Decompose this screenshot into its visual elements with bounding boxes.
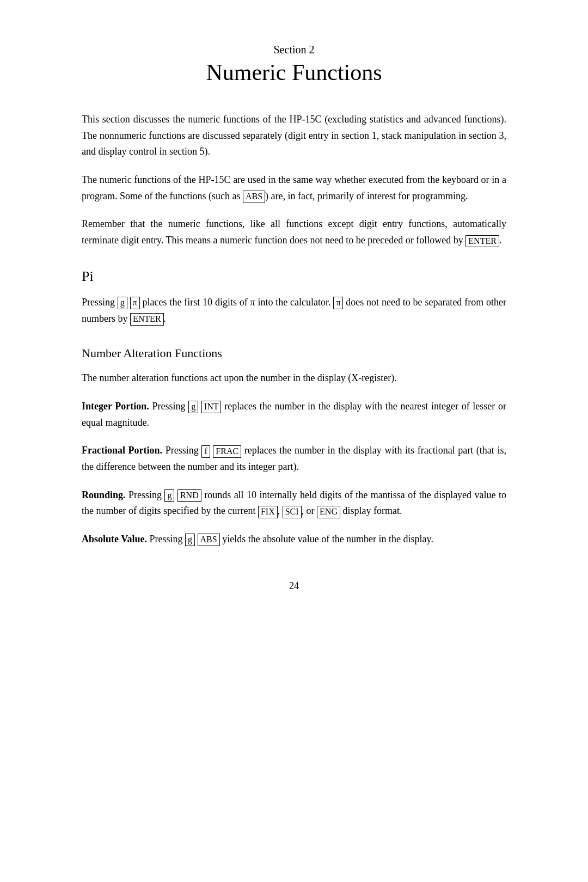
absolute-term: Absolute Value. (82, 534, 147, 544)
absolute-value-paragraph: Absolute Value. Pressing g ABS yields th… (82, 531, 506, 548)
fix-key: FIX (258, 506, 278, 518)
intro-paragraph-1: This section discusses the numeric funct… (82, 112, 506, 160)
section-label: Section 2 (82, 44, 506, 56)
rounding-text3: display format. (340, 505, 402, 516)
fractional-portion-paragraph: Fractional Portion. Pressing f FRAC repl… (82, 443, 506, 475)
g-key-rnd: g (164, 489, 174, 502)
absolute-text1: Pressing (147, 534, 185, 544)
number-alteration-heading: Number Alteration Functions (82, 346, 506, 360)
abs-key: ABS (198, 534, 220, 546)
int-key: INT (201, 401, 222, 413)
rounding-term: Rounding. (82, 489, 126, 500)
abs-key-intro: ABS (243, 191, 265, 203)
fractional-term: Fractional Portion. (82, 445, 162, 456)
integer-portion-paragraph: Integer Portion. Pressing g INT replaces… (82, 399, 506, 431)
f-key-frac: f (201, 445, 210, 458)
pi-text-end: . (164, 313, 167, 324)
page: Section 2 Numeric Functions This section… (82, 0, 506, 882)
fractional-text1: Pressing (162, 445, 201, 456)
intro-text-1: This section discusses the numeric funct… (82, 114, 506, 157)
sci-key: SCI (283, 506, 302, 518)
rounding-comma1: , (278, 505, 283, 516)
enter-key-pi: ENTER (130, 313, 164, 326)
integer-text1: Pressing (149, 401, 188, 412)
pi-text-pressing: Pressing (82, 297, 118, 308)
pi-key-pi: π (130, 297, 140, 309)
absolute-text2: yields the absolute value of the number … (220, 534, 433, 544)
intro-text-2b: ) are, in fact, primarily of interest fo… (265, 191, 468, 201)
pi-heading: Pi (82, 268, 506, 285)
rounding-paragraph: Rounding. Pressing g RND rounds all 10 i… (82, 487, 506, 519)
rnd-key: RND (177, 489, 201, 502)
pi-text-places: places the first 10 digits of π into the… (140, 297, 334, 308)
intro-text-3a: Remember that the numeric functions, lik… (82, 218, 506, 246)
integer-term: Integer Portion. (82, 401, 149, 412)
page-title: Numeric Functions (82, 59, 506, 85)
intro-paragraph-2: The numeric functions of the HP-15C are … (82, 172, 506, 204)
g-key-abs: g (185, 534, 195, 546)
intro-text-3b: . (499, 235, 502, 246)
g-key-pi: g (118, 297, 127, 309)
pi-key-pi2: π (333, 297, 343, 309)
rounding-comma2: , or (302, 505, 317, 516)
eng-key: ENG (317, 506, 340, 518)
rounding-text1: Pressing (126, 489, 165, 500)
page-number: 24 (82, 580, 506, 592)
enter-key-intro: ENTER (465, 235, 499, 248)
g-key-int: g (188, 401, 198, 413)
pi-paragraph: Pressing g π places the first 10 digits … (82, 295, 506, 327)
frac-key: FRAC (213, 445, 241, 458)
intro-paragraph-3: Remember that the numeric functions, lik… (82, 216, 506, 248)
number-alteration-intro: The number alteration functions act upon… (82, 370, 506, 387)
